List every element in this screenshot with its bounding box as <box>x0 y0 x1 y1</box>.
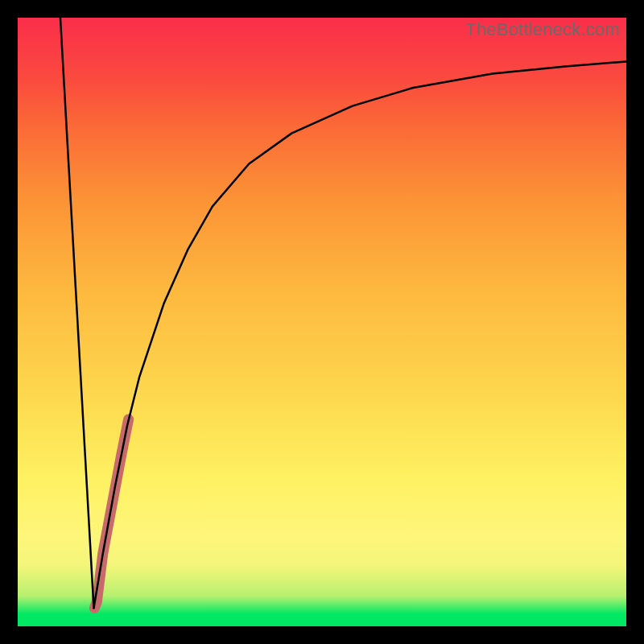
series-right-curve <box>94 61 627 608</box>
series-left-falling-line <box>60 18 94 608</box>
series-group <box>60 18 626 608</box>
chart-frame: TheBottleneck.com <box>0 0 644 644</box>
plot-area: TheBottleneck.com <box>18 18 626 626</box>
chart-svg <box>18 18 626 626</box>
